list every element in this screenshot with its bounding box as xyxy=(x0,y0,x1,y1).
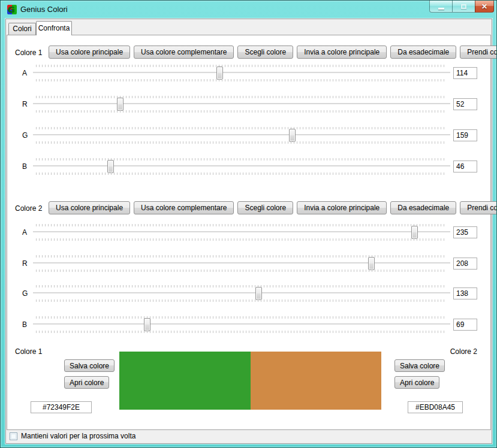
trackbar-ticks xyxy=(36,285,447,287)
trackbar-track[interactable] xyxy=(33,134,450,136)
close-icon: ✕ xyxy=(481,1,487,12)
color1-swatch xyxy=(119,352,251,410)
maximize-button[interactable] xyxy=(452,1,475,13)
keep-values-label: Mantieni valori per la prossima volta xyxy=(21,432,135,440)
channel-label-b: B xyxy=(22,320,31,329)
color2-from-hex-button[interactable]: Da esadecimale xyxy=(390,201,456,214)
trackbar-ticks xyxy=(36,96,447,98)
channel-value-input[interactable] xyxy=(453,98,477,110)
tab-colori[interactable]: Colori xyxy=(8,23,36,35)
channel-value-input[interactable] xyxy=(453,67,477,79)
trackbar-track[interactable] xyxy=(33,72,450,74)
keep-values-checkbox[interactable] xyxy=(10,432,17,440)
app-icon: G xyxy=(7,5,17,14)
trackbar-ticks xyxy=(36,65,447,67)
color2-from-image-button[interactable]: Prendi colore da immagine xyxy=(460,201,497,214)
channel-value-input[interactable] xyxy=(453,287,477,299)
client-area: Colori Confronta Colore 1 Usa colore pri… xyxy=(5,19,492,444)
color1-use-main-button[interactable]: Usa colore principale xyxy=(49,46,130,59)
color1-slider-b: B xyxy=(7,153,492,180)
color2-action-row: Usa colore principale Usa colore complem… xyxy=(49,201,497,214)
channel-label-r: R xyxy=(22,100,31,108)
color1-send-to-main-button[interactable]: Invia a colore principale xyxy=(297,46,387,59)
trackbar-track[interactable] xyxy=(33,262,450,264)
channel-label-g: G xyxy=(22,131,31,140)
color2-send-to-main-button[interactable]: Invia a colore principale xyxy=(297,201,387,214)
app-window: G Genius Colori ✕ Colori Confronta Color… xyxy=(0,0,497,448)
channel-label-g: G xyxy=(22,289,31,298)
trackbar-thumb[interactable] xyxy=(368,257,375,270)
channel-label-a: A xyxy=(22,69,31,77)
trackbar-ticks xyxy=(36,299,447,302)
minimize-button[interactable] xyxy=(429,1,452,13)
window-controls: ✕ xyxy=(429,1,494,13)
trackbar-ticks xyxy=(36,331,447,333)
keep-values-row: Mantieni valori per la prossima volta xyxy=(10,432,135,440)
color2-use-complementary-button[interactable]: Usa colore complementare xyxy=(134,201,234,214)
color2-footer-label: Colore 2 xyxy=(450,347,477,356)
trackbar-track[interactable] xyxy=(33,103,450,105)
trackbar-ticks xyxy=(36,158,447,161)
trackbar-thumb[interactable] xyxy=(216,66,223,80)
trackbar-ticks xyxy=(36,127,447,129)
color2-section-label: Colore 2 xyxy=(15,204,42,213)
trackbar-thumb[interactable] xyxy=(107,160,114,173)
trackbar-ticks xyxy=(36,79,447,81)
color2-open-button[interactable]: Apri colore xyxy=(394,376,439,389)
trackbar-ticks xyxy=(36,255,447,258)
trackbar-ticks xyxy=(36,141,447,144)
color1-save-button[interactable]: Salva colore xyxy=(64,359,115,372)
color1-from-hex-button[interactable]: Da esadecimale xyxy=(390,46,456,59)
color2-use-main-button[interactable]: Usa colore principale xyxy=(49,201,130,214)
trackbar-ticks xyxy=(36,110,447,113)
color1-slider-r: R xyxy=(7,91,492,117)
window-title: Genius Colori xyxy=(20,1,68,19)
minimize-icon xyxy=(438,8,444,10)
color1-footer-label: Colore 1 xyxy=(15,347,42,356)
trackbar-thumb[interactable] xyxy=(255,287,262,300)
titlebar[interactable]: G Genius Colori ✕ xyxy=(1,1,496,19)
color1-open-button[interactable]: Apri colore xyxy=(64,376,109,389)
color1-section-label: Colore 1 xyxy=(15,49,42,57)
color1-slider-g: G xyxy=(7,122,492,149)
channel-label-r: R xyxy=(22,259,31,268)
trackbar-track[interactable] xyxy=(33,323,450,325)
color1-from-image-button[interactable]: Prendi colore da immagine xyxy=(460,46,497,59)
trackbar-thumb[interactable] xyxy=(411,226,418,239)
color2-save-button[interactable]: Salva colore xyxy=(394,359,445,372)
tab-confronta[interactable]: Confronta xyxy=(36,21,72,35)
trackbar-ticks xyxy=(36,238,447,241)
channel-value-input[interactable] xyxy=(453,258,477,270)
color1-pick-color-button[interactable]: Scegli colore xyxy=(237,46,293,59)
channel-label-a: A xyxy=(22,228,31,237)
color2-slider-a: A xyxy=(7,219,492,246)
channel-value-input[interactable] xyxy=(453,161,477,172)
color2-slider-b: B xyxy=(7,311,492,338)
channel-value-input[interactable] xyxy=(453,319,477,331)
color1-hex-value[interactable]: #72349F2E xyxy=(31,401,92,413)
trackbar-track[interactable] xyxy=(33,292,450,294)
channel-value-input[interactable] xyxy=(453,129,477,141)
channel-label-b: B xyxy=(22,162,31,171)
compare-swatch xyxy=(119,352,381,410)
color1-action-row: Usa colore principale Usa colore complem… xyxy=(49,46,497,59)
color2-slider-r: R xyxy=(7,250,492,277)
color2-hex-value[interactable]: #EBD08A45 xyxy=(408,401,463,413)
trackbar-thumb[interactable] xyxy=(289,129,296,142)
color2-pick-color-button[interactable]: Scegli colore xyxy=(237,201,293,214)
maximize-icon xyxy=(461,4,466,9)
color2-slider-g: G xyxy=(7,280,492,307)
color1-slider-a: A xyxy=(7,60,492,86)
trackbar-track[interactable] xyxy=(33,231,450,233)
trackbar-thumb[interactable] xyxy=(144,318,150,331)
app-icon-letter: G xyxy=(8,5,16,14)
close-button[interactable]: ✕ xyxy=(475,1,494,13)
color1-use-complementary-button[interactable]: Usa colore complementare xyxy=(134,46,234,59)
trackbar-ticks xyxy=(36,316,447,319)
trackbar-thumb[interactable] xyxy=(117,98,124,111)
tabpage-confronta: Colore 1 Usa colore principale Usa color… xyxy=(7,35,491,430)
channel-value-input[interactable] xyxy=(453,226,477,238)
trackbar-track[interactable] xyxy=(33,165,450,167)
trackbar-ticks xyxy=(36,224,447,226)
trackbar-ticks xyxy=(36,172,447,175)
